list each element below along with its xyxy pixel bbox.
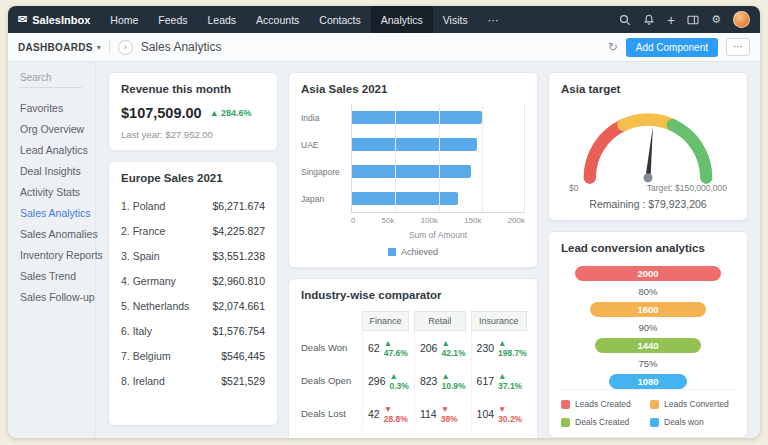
sidebar-search-input[interactable]: Search [20, 72, 82, 88]
lead-conversion-title: Lead conversion analytics [561, 242, 735, 254]
list-item: 2. France$4,225.827 [121, 218, 265, 243]
funnel-legend: Leads Created Leads Converted Deals Crea… [561, 389, 735, 427]
app-body: Search Favorites Org Overview Lead Analy… [8, 62, 760, 438]
lead-conversion-funnel: 2000 80% 1600 90% 1440 75% 1080 [561, 266, 735, 389]
refresh-icon[interactable]: ↻ [608, 40, 618, 54]
legend-item: Leads Created [561, 399, 646, 409]
search-icon[interactable] [619, 14, 631, 26]
table-cell: 62▲ 47.6% [362, 331, 409, 364]
nav-visits[interactable]: Visits [433, 6, 478, 33]
asia-target-gauge [564, 99, 732, 187]
sidebar-item-sales-trend[interactable]: Sales Trend [20, 265, 89, 286]
nav-leads[interactable]: Leads [198, 6, 247, 33]
sidebar-item-deal-insights[interactable]: Deal Insights [20, 160, 89, 181]
asia-target-title: Asia target [561, 83, 735, 95]
asia-sales-title: Asia Sales 2021 [301, 83, 525, 95]
chevron-down-icon[interactable]: ▾ [97, 43, 101, 52]
sidebar-item-lead-analytics[interactable]: Lead Analytics [20, 139, 89, 160]
revenue-card: Revenue this month $107,509.00 ▲ 284.6% … [108, 72, 278, 151]
nav-analytics[interactable]: Analytics [371, 6, 433, 33]
dashboard-actions: ↻ Add Component ⋯ [608, 38, 750, 57]
lead-conversion-card: Lead conversion analytics 2000 80% 1600 … [548, 231, 748, 438]
more-options-button[interactable]: ⋯ [726, 38, 750, 56]
nav-contacts[interactable]: Contacts [309, 6, 370, 33]
nav-feeds[interactable]: Feeds [148, 6, 197, 33]
sidebar-item-org-overview[interactable]: Org Overview [20, 118, 89, 139]
funnel-stage-leads-converted[interactable]: 1600 [590, 302, 707, 317]
list-item: 5. Netherlands$2,074.661 [121, 293, 265, 318]
industry-comparator-title: Industry-wise comparator [301, 289, 525, 301]
funnel-stage-leads-created[interactable]: 2000 [575, 266, 721, 281]
funnel-conversion: 90% [638, 322, 657, 333]
list-item: 1. Poland$6,271.674 [121, 193, 265, 218]
column-header: Retail [414, 311, 466, 331]
gridline [524, 104, 525, 212]
legend-swatch [561, 418, 570, 427]
user-avatar[interactable] [733, 11, 750, 28]
top-nav: Home Feeds Leads Accounts Contacts Analy… [100, 6, 508, 33]
sidebar-item-favorites[interactable]: Favorites [20, 97, 89, 118]
revenue-delta-badge: ▲ 284.6% [210, 108, 252, 118]
panel-icon[interactable] [687, 14, 699, 26]
asia-bar-singapore[interactable] [352, 165, 471, 178]
revenue-value: $107,509.00 [121, 105, 202, 121]
divider [109, 40, 110, 54]
table-cell: 296▲ 0.3% [362, 364, 409, 397]
sidebar-item-activity-stats[interactable]: Activity Stats [20, 181, 89, 202]
legend-item: Leads Converted [650, 399, 735, 409]
nav-home[interactable]: Home [100, 6, 148, 33]
industry-comparator-card: Industry-wise comparator Finance Retail … [288, 278, 538, 438]
row-label: Deals Open [301, 364, 357, 397]
gauge-min-label: $0 [569, 183, 578, 193]
gauge-needle [646, 126, 656, 176]
nav-accounts[interactable]: Accounts [246, 6, 309, 33]
brand-label: SalesInbox [32, 14, 90, 26]
nav-more[interactable]: ⋯ [478, 6, 509, 33]
legend-swatch [650, 400, 659, 409]
industry-comparator-table: Finance Retail Insurance Deals Won 62▲ 4… [301, 311, 525, 430]
funnel-stage-deals-created[interactable]: 1440 [595, 338, 700, 353]
legend-swatch [650, 418, 659, 427]
europe-sales-card: Europe Sales 2021 1. Poland$6,271.674 2.… [108, 161, 278, 426]
brand[interactable]: ✉ SalesInbox [16, 6, 100, 33]
gauge-target-label: Target: $150,000,000 [647, 183, 727, 193]
list-item: 4. Germany$2,960.810 [121, 268, 265, 293]
column-header: Insurance [471, 311, 527, 331]
list-item: 8. Ireland$521,529 [121, 368, 265, 393]
gauge-remaining-label: Remaining : $79,923,206 [561, 198, 735, 210]
column-header: Finance [362, 311, 409, 331]
comparator-legend: Achieved [301, 430, 525, 438]
table-cell: 114▼ 38% [414, 397, 466, 430]
revenue-last-year: Last year: $27.952.00 [121, 129, 265, 140]
sidebar-item-sales-anomalies[interactable]: Sales Anomalies [20, 223, 89, 244]
asia-bar-uae[interactable] [352, 138, 477, 151]
add-component-button[interactable]: Add Component [626, 38, 718, 57]
asia-legend: Achieved [301, 247, 525, 257]
gridline [395, 104, 396, 212]
add-icon[interactable]: + [667, 13, 675, 27]
funnel-stage-deals-won[interactable]: 1080 [609, 374, 688, 389]
europe-sales-list: 1. Poland$6,271.674 2. France$4,225.827 … [121, 193, 265, 393]
list-item: 6. Italy$1,576.754 [121, 318, 265, 343]
asia-bar-japan[interactable] [352, 192, 458, 205]
expand-dashboard-button[interactable]: › [118, 40, 133, 55]
sidebar: Search Favorites Org Overview Lead Analy… [8, 62, 96, 438]
funnel-conversion: 80% [638, 286, 657, 297]
sidebar-item-sales-follow-up[interactable]: Sales Follow-up [20, 286, 89, 307]
asia-target-card: Asia target $0 Target: $150,000,000 Rema… [548, 72, 748, 221]
x-axis-ticks: 0 50k 100k 150k 200k [351, 216, 525, 225]
asia-sales-bar-chart: India UAE Singapore Japan [301, 104, 525, 213]
sidebar-item-inventory-reports[interactable]: Inventory Reports [20, 244, 89, 265]
sidebar-item-sales-analytics[interactable]: Sales Analytics [20, 202, 89, 223]
dashboards-dropdown[interactable]: DASHBOARDS [18, 42, 93, 53]
asia-bar-india[interactable] [352, 111, 482, 124]
salesinbox-logo-icon: ✉ [18, 13, 27, 26]
table-cell: 42▼ 28.8% [362, 397, 409, 430]
dashboard-grid: Revenue this month $107,509.00 ▲ 284.6% … [96, 62, 760, 438]
settings-gear-icon[interactable]: ⚙ [711, 14, 721, 25]
page-title: Sales Analytics [141, 40, 222, 54]
list-item: 3. Spain$3,551.238 [121, 243, 265, 268]
row-label: Deals Lost [301, 397, 357, 430]
legend-swatch [388, 248, 396, 256]
notifications-bell-icon[interactable] [643, 14, 655, 26]
